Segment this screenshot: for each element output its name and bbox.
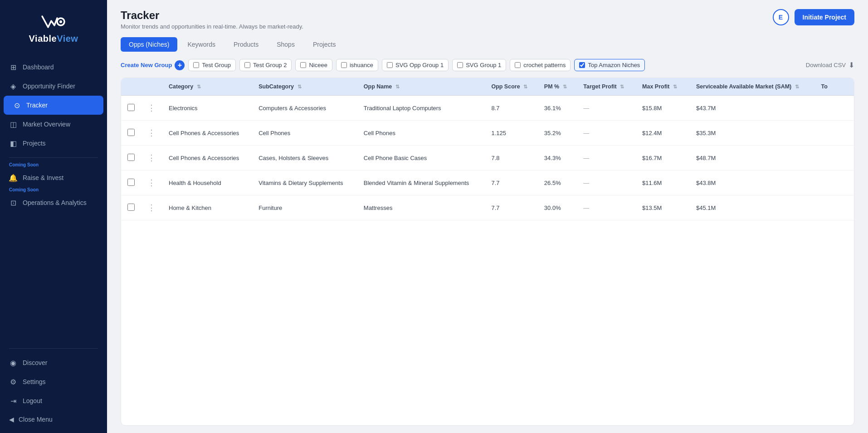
raise-icon: 🔔: [9, 174, 17, 182]
row-pm-pct-1: 35.2%: [538, 121, 577, 146]
group-chip-label: SVG Opp Group 1: [395, 62, 444, 68]
group-checkbox-top-amazon-niches[interactable]: [579, 62, 585, 68]
group-checkbox-crochet-patterns[interactable]: [515, 62, 521, 68]
row-dots-menu-1[interactable]: ⋮: [147, 128, 156, 137]
sort-icon-category[interactable]: ⇅: [197, 84, 201, 89]
sidebar-item-operations[interactable]: ⊡ Operations & Analytics: [0, 193, 107, 212]
group-chip-label: ishuance: [350, 62, 373, 68]
col-header-dots: [141, 78, 162, 96]
row-dots-menu-4[interactable]: ⋮: [147, 203, 156, 212]
row-to-4: [814, 195, 854, 220]
sort-icon-max-profit[interactable]: ⇅: [673, 84, 677, 89]
sidebar-item-projects[interactable]: ◧ Projects: [0, 134, 107, 153]
settings-icon: ⚙: [9, 378, 17, 386]
sidebar-item-opportunity-finder[interactable]: ◈ Opportunity Finder: [0, 77, 107, 96]
sidebar-item-tracker[interactable]: ⊙ Tracker: [4, 96, 103, 115]
row-target-profit-0: —: [577, 96, 636, 121]
group-chip-test-group[interactable]: Test Group: [188, 59, 236, 71]
logout-icon: ⇥: [9, 397, 17, 405]
page-subtitle: Monitor trends and opportunities in real…: [121, 23, 303, 30]
operations-icon: ⊡: [9, 199, 17, 207]
row-checkbox-cell: [121, 195, 141, 220]
page-title: Tracker: [121, 9, 303, 22]
row-checkbox-2[interactable]: [127, 154, 135, 161]
row-target-profit-4: —: [577, 195, 636, 220]
group-chip-ishuance[interactable]: ishuance: [336, 59, 378, 71]
group-checkbox-ishuance[interactable]: [341, 62, 347, 68]
tab-projects[interactable]: Projects: [305, 37, 344, 52]
download-csv-button[interactable]: Download CSV ⬇: [806, 61, 854, 69]
group-checkbox-test-group[interactable]: [193, 62, 199, 68]
sidebar-divider-bottom: [9, 348, 98, 349]
row-dots-menu-2[interactable]: ⋮: [147, 153, 156, 162]
col-header-pm-pct: PM % ⇅: [538, 78, 577, 96]
group-chip-test-group-2[interactable]: Test Group 2: [239, 59, 292, 71]
group-chip-top-amazon-niches[interactable]: Top Amazon Niches: [574, 59, 645, 71]
row-subcategory-4: Furniture: [252, 195, 357, 220]
row-dots-menu-0[interactable]: ⋮: [147, 103, 156, 112]
row-opp-name-4: Mattresses: [357, 195, 485, 220]
download-csv-label: Download CSV: [806, 62, 846, 68]
row-max-profit-1: $12.4M: [636, 121, 690, 146]
sidebar-label-tracker: Tracker: [26, 102, 48, 109]
group-chip-label: Test Group: [202, 62, 231, 68]
create-new-group-button[interactable]: Create New Group +: [121, 60, 185, 70]
group-chip-crochet-patterns[interactable]: crochet patterns: [510, 59, 571, 71]
close-menu-button[interactable]: ◀ Close Menu: [0, 410, 107, 428]
sort-icon-pm-pct[interactable]: ⇅: [563, 84, 567, 89]
group-checkbox-test-group-2[interactable]: [244, 62, 250, 68]
row-checkbox-0[interactable]: [127, 104, 135, 111]
sort-icon-sam[interactable]: ⇅: [795, 84, 799, 89]
sort-icon-opp-score[interactable]: ⇅: [523, 84, 527, 89]
row-max-profit-3: $11.6M: [636, 170, 690, 195]
row-category-4: Home & Kitchen: [162, 195, 252, 220]
initiate-project-button[interactable]: Initiate Project: [795, 9, 854, 25]
row-max-profit-4: $13.5M: [636, 195, 690, 220]
sidebar-item-dashboard[interactable]: ⊞ Dashboard: [0, 58, 107, 77]
row-checkbox-4[interactable]: [127, 204, 135, 211]
row-checkbox-3[interactable]: [127, 179, 135, 186]
col-header-target-profit: Target Profit ⇅: [577, 78, 636, 96]
sort-icon-subcategory[interactable]: ⇅: [297, 84, 302, 89]
sidebar-item-raise-invest[interactable]: 🔔 Raise & Invest: [0, 168, 107, 187]
row-sam-1: $35.3M: [690, 121, 814, 146]
tab-products[interactable]: Products: [225, 37, 267, 52]
tab-shops[interactable]: Shops: [268, 37, 303, 52]
row-checkbox-cell: [121, 146, 141, 170]
table-row: ⋮ Health & Household Vitamins & Dietary …: [121, 170, 854, 195]
row-checkbox-cell: [121, 121, 141, 146]
col-header-opp-score: Opp Score ⇅: [485, 78, 537, 96]
close-menu-label: Close Menu: [19, 416, 53, 423]
row-max-profit-2: $16.7M: [636, 146, 690, 170]
group-chip-svg-group-1[interactable]: SVG Group 1: [452, 59, 506, 71]
tab-opps-niches[interactable]: Opps (Niches): [121, 37, 177, 52]
close-menu-arrow-icon: ◀: [9, 416, 14, 423]
sidebar-item-discover[interactable]: ◉ Discover: [0, 353, 107, 372]
group-checkbox-niceee[interactable]: [300, 62, 306, 68]
data-table-wrapper: Category ⇅ SubCategory ⇅ Opp Name ⇅ Op: [121, 78, 854, 426]
group-chip-label: SVG Group 1: [466, 62, 501, 68]
row-checkbox-1[interactable]: [127, 129, 135, 136]
tab-keywords[interactable]: Keywords: [179, 37, 223, 52]
row-opp-name-2: Cell Phone Basic Cases: [357, 146, 485, 170]
group-checkbox-svg-group-1[interactable]: [457, 62, 463, 68]
group-chip-svg-opp-group-1[interactable]: SVG Opp Group 1: [382, 59, 449, 71]
sidebar-item-logout[interactable]: ⇥ Logout: [0, 391, 107, 410]
sort-icon-opp-name[interactable]: ⇅: [395, 84, 400, 89]
group-checkbox-svg-opp-group-1[interactable]: [387, 62, 393, 68]
col-header-opp-name: Opp Name ⇅: [357, 78, 485, 96]
sidebar-item-settings[interactable]: ⚙ Settings: [0, 372, 107, 391]
create-group-label: Create New Group: [121, 62, 172, 68]
row-dots-menu-3[interactable]: ⋮: [147, 178, 156, 187]
plus-icon: +: [175, 60, 185, 70]
row-to-0: [814, 96, 854, 121]
group-chip-niceee[interactable]: Niceee: [295, 59, 332, 71]
row-opp-score-4: 7.7: [485, 195, 537, 220]
sort-icon-target-profit[interactable]: ⇅: [620, 84, 624, 89]
row-category-0: Electronics: [162, 96, 252, 121]
sidebar-nav: ⊞ Dashboard ◈ Opportunity Finder ⊙ Track…: [0, 53, 107, 339]
sidebar-divider: [9, 157, 98, 158]
sidebar-item-market-overview[interactable]: ◫ Market Overview: [0, 115, 107, 134]
col-header-to: To: [814, 78, 854, 96]
row-dots-cell: ⋮: [141, 195, 162, 220]
